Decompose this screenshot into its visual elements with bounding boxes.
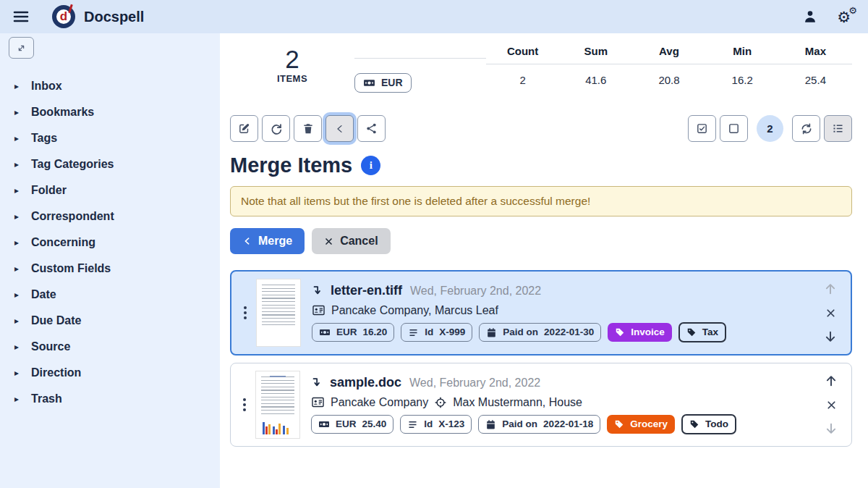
stats-header-avg: Avg [632, 41, 705, 64]
hamburger-menu-icon[interactable] [10, 6, 32, 28]
share-button[interactable] [357, 115, 386, 142]
item-badges: EUR16.20 IdX-999 Paid on2022-01-30 [312, 322, 816, 342]
selected-count-badge: 2 [757, 115, 783, 142]
chevron-right-icon: ▸ [14, 237, 19, 248]
tag-badge-invoice: Invoice [608, 323, 672, 342]
sidebar-item-inbox[interactable]: ▸Inbox [9, 73, 211, 99]
sidebar-item-trash[interactable]: ▸Trash [9, 386, 211, 412]
sidebar-item-custom-fields[interactable]: ▸Custom Fields [9, 256, 211, 282]
item-date: Wed, February 2nd, 2022 [410, 285, 541, 298]
stats-value-sum: 41.6 [559, 64, 632, 93]
amount-badge: EUR25.40 [311, 415, 393, 434]
kebab-menu-icon[interactable] [237, 306, 253, 319]
stats-table: Count Sum Avg Min Max EUR 2 41.6 20.8 16… [354, 41, 852, 93]
arrow-up-icon [824, 374, 838, 388]
cancel-button[interactable]: Cancel [312, 228, 390, 254]
delete-button[interactable] [294, 115, 322, 142]
tag-icon [615, 327, 625, 337]
edit-button[interactable] [230, 115, 258, 142]
chevron-right-icon: ▸ [14, 107, 19, 117]
chevron-right-icon: ▸ [14, 394, 19, 404]
sidebar-item-tag-categories[interactable]: ▸Tag Categories [9, 151, 211, 177]
sidebar-item-folder[interactable]: ▸Folder [9, 177, 211, 203]
user-account-icon[interactable] [802, 9, 818, 25]
sidebar-item-date[interactable]: ▸Date [9, 282, 211, 308]
id-badge: IdX-999 [401, 323, 472, 342]
arrow-turn-down-icon [311, 376, 323, 389]
item-name: sample.doc [330, 375, 401, 390]
remove-item-button[interactable] [825, 307, 837, 319]
merge-actions: Merge Cancel [230, 228, 852, 254]
merge-item-list: letter-en.tiff Wed, February 2nd, 2022 P… [230, 270, 852, 447]
select-all-button[interactable] [688, 115, 716, 142]
arrow-down-icon [823, 329, 838, 344]
item-order-controls [822, 279, 842, 347]
list-view-button[interactable] [824, 115, 852, 142]
tag-badge-todo: Todo [681, 414, 736, 434]
address-card-icon [311, 395, 325, 409]
item-details: sample.doc Wed, February 2nd, 2022 Panca… [300, 375, 817, 434]
sidebar-item-tags[interactable]: ▸Tags [9, 125, 211, 151]
paid-date-badge: Paid on2022-01-18 [478, 415, 600, 434]
item-thumbnail [256, 279, 301, 347]
move-up-button[interactable] [824, 374, 838, 388]
tag-badge-grocery: Grocery [607, 415, 675, 434]
item-badges: EUR25.40 IdX-123 Paid on2022-01-18 [311, 414, 817, 434]
item-card-letter-en[interactable]: letter-en.tiff Wed, February 2nd, 2022 P… [230, 270, 852, 356]
lines-icon [407, 419, 418, 430]
money-icon [318, 418, 330, 430]
paid-date-badge: Paid on2022-01-30 [479, 323, 601, 342]
id-badge: IdX-123 [400, 415, 472, 434]
deselect-all-button[interactable] [720, 115, 748, 142]
remove-item-button[interactable] [825, 399, 838, 411]
merge-mode-button[interactable] [326, 115, 354, 142]
item-thumbnail [255, 371, 300, 439]
arrow-up-icon [823, 282, 838, 296]
info-icon[interactable]: i [361, 156, 380, 175]
sidebar-expand-button[interactable] [9, 37, 34, 59]
money-icon [319, 327, 331, 338]
money-icon [363, 77, 375, 89]
page-title-row: Merge Items i [230, 153, 852, 177]
close-icon [825, 307, 837, 319]
reprocess-button[interactable] [262, 115, 290, 142]
address-card-icon [312, 303, 326, 317]
sidebar-item-concerning[interactable]: ▸Concerning [9, 230, 211, 256]
docspell-logo: d [52, 5, 75, 28]
move-down-button[interactable] [823, 329, 838, 344]
item-toolbar: 2 [230, 115, 852, 142]
sidebar-item-correspondent[interactable]: ▸Correspondent [9, 203, 211, 230]
move-up-button[interactable] [823, 282, 838, 296]
item-count-label: ITEMS [230, 73, 354, 84]
sidebar-item-source[interactable]: ▸Source [9, 334, 211, 360]
checkbox-checked-icon [696, 122, 708, 135]
settings-gears-icon[interactable]: ⚙⚙ [837, 9, 851, 25]
kebab-menu-icon[interactable] [237, 398, 252, 411]
calendar-icon [486, 327, 497, 338]
thumbnail-title-line [270, 376, 286, 377]
tag-badge-tax: Tax [678, 322, 726, 342]
sidebar-item-direction[interactable]: ▸Direction [9, 360, 211, 386]
chevron-right-icon: ▸ [14, 133, 19, 143]
chevron-right-icon: ▸ [14, 342, 19, 352]
edit-pencil-icon [238, 122, 250, 135]
list-icon [832, 122, 844, 135]
refresh-button[interactable] [792, 115, 820, 142]
item-card-sample-doc[interactable]: sample.doc Wed, February 2nd, 2022 Panca… [230, 363, 852, 447]
item-order-controls [822, 371, 843, 439]
lines-icon [408, 327, 419, 338]
item-date: Wed, February 2nd, 2022 [409, 376, 540, 390]
sidebar-item-bookmarks[interactable]: ▸Bookmarks [9, 99, 211, 125]
move-down-button[interactable] [824, 421, 838, 436]
sidebar-item-due-date[interactable]: ▸Due Date [9, 308, 211, 334]
merge-warning-note: Note that all items but the first one is… [230, 186, 852, 216]
app-brand-title[interactable]: Docspell [84, 9, 144, 25]
redo-icon [270, 122, 283, 135]
toolbar-left-group [230, 115, 386, 142]
close-icon [324, 237, 333, 246]
main-content: 2 ITEMS Count Sum Avg Min Max EUR 2 41.6… [220, 33, 868, 488]
item-count-value: 2 [230, 46, 354, 73]
thumbnail-chart [263, 419, 292, 434]
merge-button[interactable]: Merge [230, 228, 305, 254]
stats-value-max: 25.4 [779, 64, 852, 93]
